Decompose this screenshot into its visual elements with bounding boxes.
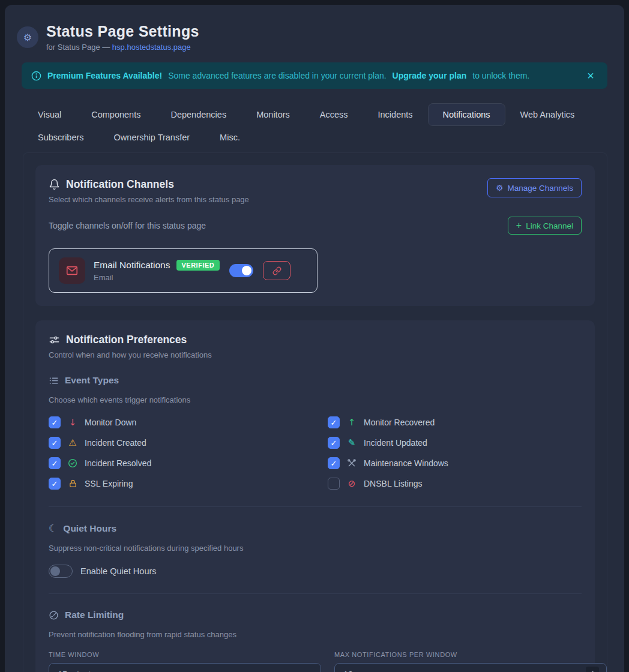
max-notifications-value: 10: [343, 670, 353, 672]
event-label: Incident Created: [85, 438, 146, 448]
arrow-down-icon: ↓: [67, 418, 78, 427]
status-page-domain-link[interactable]: hsp.hostedstatus.page: [112, 43, 191, 52]
tab-notifications[interactable]: Notifications: [428, 103, 505, 126]
gauge-icon: [49, 610, 59, 620]
max-notifications-field: MAX NOTIFICATIONS PER WINDOW 10: [334, 651, 607, 672]
section-divider: [49, 506, 582, 507]
manage-channels-button[interactable]: ⚙ Manage Channels: [487, 178, 582, 197]
maintenance-windows-checkbox[interactable]: ✓: [328, 457, 340, 469]
event-label: Monitor Recovered: [364, 418, 435, 427]
dnsbl-listings-checkbox[interactable]: ✓: [328, 478, 340, 490]
event-types-heading: Event Types: [65, 375, 119, 386]
event-dnsbl-listings: ✓ ⊘ DNSBL Listings: [328, 476, 607, 491]
quiet-hours-heading: Quiet Hours: [63, 523, 116, 534]
event-label: Monitor Down: [85, 418, 136, 427]
event-label: DNSBL Listings: [364, 479, 423, 488]
banner-message-end: to unlock them.: [472, 71, 529, 80]
event-maintenance-windows: ✓ Maintenance Windows: [328, 456, 607, 470]
channels-section-title-row: Notification Channels: [49, 178, 249, 191]
page-header: ⚙ Status Page Settings for Status Page —…: [5, 5, 624, 60]
moon-icon: ☾: [49, 523, 57, 534]
tab-monitors[interactable]: Monitors: [241, 103, 305, 126]
lock-icon: [67, 479, 78, 488]
tab-subscribers[interactable]: Subscribers: [23, 126, 99, 149]
plus-icon: +: [516, 220, 522, 231]
quiet-hours-subtitle: Suppress non-critical notifications duri…: [49, 544, 582, 553]
page-subtitle: for Status Page — hsp.hostedstatus.page: [46, 43, 199, 52]
event-incident-resolved: ✓ Incident Resolved: [49, 456, 328, 470]
monitor-recovered-checkbox[interactable]: ✓: [328, 416, 340, 428]
event-types-grid: ✓ ↓ Monitor Down ✓ ↑ Monitor Recovered ✓…: [49, 415, 607, 491]
event-types-heading-row: Event Types: [49, 375, 582, 386]
number-stepper[interactable]: [586, 667, 599, 672]
tab-visual[interactable]: Visual: [23, 103, 76, 126]
warning-icon: ⚠: [67, 439, 78, 448]
channels-section-subtitle: Select which channels receive alerts fro…: [49, 195, 249, 204]
incident-created-checkbox[interactable]: ✓: [49, 437, 61, 449]
incident-resolved-checkbox[interactable]: ✓: [49, 457, 61, 469]
quiet-hours-heading-row: ☾ Quiet Hours: [49, 523, 582, 534]
event-types-subtitle: Choose which events trigger notification…: [49, 395, 582, 404]
info-icon: [31, 71, 41, 81]
notifications-tab-panel: Notification Channels Select which chann…: [23, 152, 607, 672]
manage-channels-label: Manage Channels: [507, 184, 573, 193]
event-label: Incident Resolved: [85, 458, 151, 468]
event-incident-created: ✓ ⚠ Incident Created: [49, 436, 328, 450]
check-circle-icon: [67, 458, 78, 468]
rate-limiting-heading: Rate Limiting: [65, 610, 124, 620]
channel-type: Email: [94, 273, 221, 282]
sliders-icon: [49, 334, 60, 346]
unlink-channel-button[interactable]: [263, 261, 290, 280]
incident-updated-checkbox[interactable]: ✓: [328, 437, 340, 449]
status-page-settings-app: ⚙ Status Page Settings for Status Page —…: [5, 5, 624, 672]
preferences-section-title-row: Notification Preferences: [49, 334, 582, 346]
arrow-up-icon: ↑: [346, 418, 357, 427]
tab-components[interactable]: Components: [76, 103, 155, 126]
pencil-icon: ✎: [346, 439, 357, 448]
subtitle-text: for Status Page —: [46, 43, 112, 52]
upgrade-plan-link[interactable]: Upgrade your plan: [393, 71, 467, 80]
notification-channels-card: Notification Channels Select which chann…: [35, 165, 595, 306]
gear-icon: ⚙: [496, 183, 503, 193]
settings-tab-bar: Visual Components Dependencies Monitors …: [23, 103, 607, 149]
max-notifications-input[interactable]: 10: [334, 663, 607, 672]
quiet-hours-toggle-label: Enable Quiet Hours: [80, 566, 157, 576]
link-channel-button[interactable]: + Link Channel: [508, 217, 582, 235]
gear-icon: ⚙: [17, 26, 38, 48]
chain-link-icon: [272, 266, 281, 275]
ssl-expiring-checkbox[interactable]: ✓: [49, 478, 61, 490]
event-label: SSL Expiring: [85, 479, 133, 488]
premium-banner: Premium Features Available! Some advance…: [22, 62, 607, 89]
preferences-section-subtitle: Control when and how you receive notific…: [49, 350, 582, 359]
tab-incidents[interactable]: Incidents: [363, 103, 428, 126]
event-incident-updated: ✓ ✎ Incident Updated: [328, 436, 607, 450]
tab-access[interactable]: Access: [305, 103, 363, 126]
close-icon[interactable]: ×: [583, 68, 598, 83]
tab-ownership-transfer[interactable]: Ownership Transfer: [99, 126, 205, 149]
email-channel-card: Email Notifications VERIFIED Email: [49, 248, 318, 293]
event-ssl-expiring: ✓ SSL Expiring: [49, 476, 328, 491]
verified-badge: VERIFIED: [176, 260, 220, 271]
tab-dependencies[interactable]: Dependencies: [155, 103, 241, 126]
tools-icon: [346, 458, 357, 468]
bell-icon: [49, 179, 60, 190]
time-window-label: TIME WINDOW: [49, 651, 321, 658]
email-channel-toggle[interactable]: [229, 264, 253, 277]
tab-web-analytics[interactable]: Web Analytics: [505, 103, 590, 126]
channel-name: Email Notifications: [94, 260, 170, 271]
envelope-icon: [59, 257, 85, 284]
rate-limiting-subtitle: Prevent notification flooding from rapid…: [49, 630, 582, 639]
time-window-value: 15 minutes: [58, 670, 100, 672]
time-window-field: TIME WINDOW 15 minutes: [49, 651, 321, 672]
link-channel-label: Link Channel: [526, 221, 573, 230]
event-label: Maintenance Windows: [364, 458, 448, 468]
no-entry-icon: ⊘: [346, 479, 357, 488]
time-window-select[interactable]: 15 minutes: [49, 663, 321, 672]
tab-misc[interactable]: Misc.: [205, 126, 255, 149]
event-monitor-recovered: ✓ ↑ Monitor Recovered: [328, 415, 607, 430]
quiet-hours-toggle[interactable]: [49, 565, 73, 578]
notification-preferences-card: Notification Preferences Control when an…: [35, 320, 595, 672]
page-title: Status Page Settings: [46, 23, 199, 40]
monitor-down-checkbox[interactable]: ✓: [49, 416, 61, 428]
banner-bold-text: Premium Features Available!: [47, 71, 162, 80]
